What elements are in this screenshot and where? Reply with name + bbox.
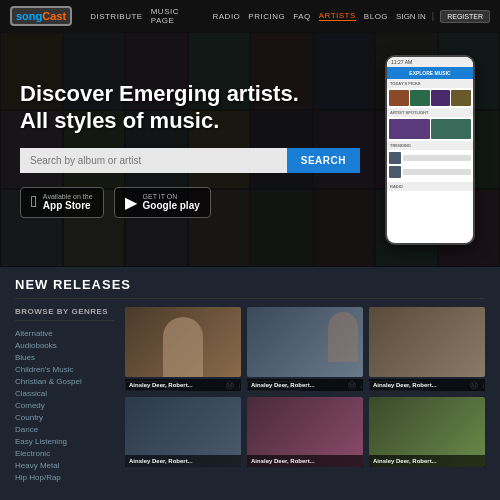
nav-blog[interactable]: BLOG [364, 12, 388, 21]
album-overlay-1: Ainsley Deer, Robert... [125, 379, 241, 391]
genre-alternative[interactable]: Alternative [15, 327, 115, 339]
apple-icon:  [31, 193, 37, 211]
nav-artists[interactable]: ARTISTS [319, 11, 356, 21]
albums-row-2: Ainsley Deer, Robert... Ainsley Deer, Ro… [125, 397, 485, 467]
album-thumbnail-1 [125, 307, 241, 377]
phone-mockup: 11:27 AM EXPLORE MUSIC TODAY'S PICKS ART… [385, 55, 475, 245]
phone-trending-item [389, 152, 471, 164]
hero-badges:  Available on the App Store ▶ GET IT ON… [20, 187, 360, 218]
nav-pricing[interactable]: PRICING [248, 12, 285, 21]
logo[interactable]: song Cast [10, 6, 72, 26]
album-card-2[interactable]: Ainsley Deer, Robert... Promote this alb… [247, 307, 363, 391]
nav-distribute[interactable]: DISTRIBUTE [90, 12, 143, 21]
album-title-5: Ainsley Deer, Robert... [251, 458, 359, 464]
phone-trending-item [389, 166, 471, 178]
genre-christian[interactable]: Christian & Gospel [15, 375, 115, 387]
album-title-4: Ainsley Deer, Robert... [129, 458, 237, 464]
sidebar-title: BROWSE BY GENRES [15, 307, 115, 321]
hero-title-line2: All styles of music. [20, 108, 219, 133]
appstore-badge[interactable]:  Available on the App Store [20, 187, 104, 218]
signin-button[interactable]: SIGN IN [396, 12, 426, 21]
phone-section-spotlight: ARTIST SPOTLIGHT [387, 108, 473, 117]
logo-cast-text: Cast [42, 10, 66, 22]
album-title-1: Ainsley Deer, Robert... [129, 382, 237, 388]
nav-right: SIGN IN | REGISTER [396, 10, 490, 23]
album-overlay-5: Ainsley Deer, Robert... [247, 455, 363, 467]
genre-childrens[interactable]: Children's Music [15, 363, 115, 375]
phone-section-trending: TRENDING [387, 141, 473, 150]
hero-content: Discover Emerging artists. All styles of… [0, 32, 500, 267]
logo-song-text: song [16, 10, 42, 22]
phone-status-bar: 11:27 AM [387, 57, 473, 67]
nav-faq[interactable]: FAQ [293, 12, 311, 21]
logo-box: song Cast [10, 6, 72, 26]
nav-divider: | [432, 11, 434, 21]
genre-dance[interactable]: Dance [15, 423, 115, 435]
googleplay-badge[interactable]: ▶ GET IT ON Google play [114, 187, 211, 218]
album-overlay-4: Ainsley Deer, Robert... [125, 455, 241, 467]
hero-section: Discover Emerging artists. All styles of… [0, 32, 500, 267]
googleplay-text: GET IT ON Google play [143, 193, 200, 211]
hero-search-bar: SEARCH [20, 148, 360, 173]
album-card-4[interactable]: Ainsley Deer, Robert... [125, 397, 241, 467]
phone-trending-thumb [389, 166, 401, 178]
album-card-1[interactable]: Ainsley Deer, Robert... Promote this alb… [125, 307, 241, 391]
phone-section-radio: RADIO [387, 182, 473, 191]
album-card-6[interactable]: Ainsley Deer, Robert... [369, 397, 485, 467]
phone-thumb [451, 90, 471, 106]
phone-header: EXPLORE MUSIC [387, 67, 473, 79]
phone-picks-grid [387, 88, 473, 108]
phone-spotlight-thumb [431, 119, 472, 139]
phone-thumb [431, 90, 451, 106]
album-card-3[interactable]: Ainsley Deer, Robert... Promote this alb… [369, 307, 485, 391]
genre-blues[interactable]: Blues [15, 351, 115, 363]
hero-right: 11:27 AM EXPLORE MUSIC TODAY'S PICKS ART… [380, 50, 480, 249]
albums-grid: Ainsley Deer, Robert... Promote this alb… [125, 307, 485, 483]
phone-thumb [410, 90, 430, 106]
new-releases-title: NEW RELEASES [15, 277, 485, 299]
play-icon: ▶ [125, 193, 137, 212]
phone-time: 11:27 AM [391, 59, 412, 65]
hero-title: Discover Emerging artists. All styles of… [20, 81, 360, 134]
genre-list: Alternative Audiobooks Blues Children's … [15, 327, 115, 483]
album-card-5[interactable]: Ainsley Deer, Robert... [247, 397, 363, 467]
album-overlay-6: Ainsley Deer, Robert... [369, 455, 485, 467]
album-thumbnail-3 [369, 307, 485, 377]
album-title-3: Ainsley Deer, Robert... [373, 382, 481, 388]
genre-classical[interactable]: Classical [15, 387, 115, 399]
phone-spotlight-grid [387, 117, 473, 141]
album-title-6: Ainsley Deer, Robert... [373, 458, 481, 464]
album-overlay-2: Ainsley Deer, Robert... [247, 379, 363, 391]
genre-easy-listening[interactable]: Easy Listening [15, 435, 115, 447]
phone-trending-thumb [389, 152, 401, 164]
phone-thumb [389, 90, 409, 106]
album-thumbnail-2 [247, 307, 363, 377]
genre-audiobooks[interactable]: Audiobooks [15, 339, 115, 351]
new-releases-body: BROWSE BY GENRES Alternative Audiobooks … [15, 307, 485, 483]
hero-title-line1: Discover Emerging artists. [20, 81, 299, 106]
genre-country[interactable]: Country [15, 411, 115, 423]
nav-music-page[interactable]: MUSIC PAGE [151, 7, 205, 25]
register-button[interactable]: REGISTER [440, 10, 490, 23]
album-title-2: Ainsley Deer, Robert... [251, 382, 359, 388]
phone-section-todays: TODAY'S PICKS [387, 79, 473, 88]
phone-screen: 11:27 AM EXPLORE MUSIC TODAY'S PICKS ART… [387, 57, 473, 243]
genre-comedy[interactable]: Comedy [15, 399, 115, 411]
search-button[interactable]: SEARCH [287, 148, 360, 173]
album-overlay-3: Ainsley Deer, Robert... [369, 379, 485, 391]
googleplay-available: GET IT ON [143, 193, 200, 200]
nav-links: DISTRIBUTE MUSIC PAGE RADIO PRICING FAQ … [90, 7, 388, 25]
album-person-figure [163, 317, 203, 377]
search-input[interactable] [20, 148, 287, 173]
phone-trending-text [403, 155, 471, 161]
genre-hiphop[interactable]: Hip Hop/Rap [15, 471, 115, 483]
phone-spotlight-thumb [389, 119, 430, 139]
phone-trending-list [387, 150, 473, 182]
genre-heavy-metal[interactable]: Heavy Metal [15, 459, 115, 471]
appstore-text: Available on the App Store [43, 193, 93, 211]
nav-radio[interactable]: RADIO [213, 12, 241, 21]
genre-electronic[interactable]: Electronic [15, 447, 115, 459]
hero-left: Discover Emerging artists. All styles of… [20, 50, 360, 249]
navigation: song Cast DISTRIBUTE MUSIC PAGE RADIO PR… [0, 0, 500, 32]
phone-trending-text [403, 169, 471, 175]
